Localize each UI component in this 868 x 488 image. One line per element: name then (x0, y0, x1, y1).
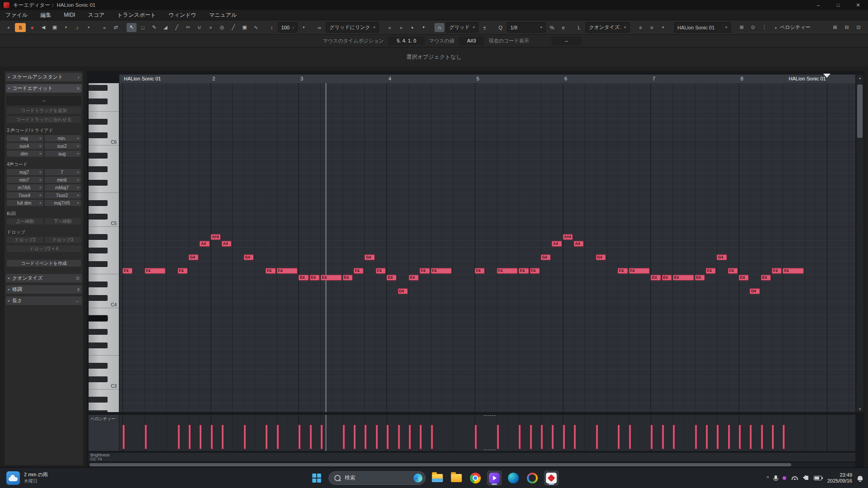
midi-note[interactable]: F4 (618, 268, 627, 274)
midi-note[interactable]: A4 (552, 241, 561, 247)
insert-velocity-field[interactable]: 100 ↕ (278, 22, 297, 33)
velocity-bar[interactable] (574, 425, 576, 449)
velocity-bar[interactable] (651, 425, 653, 449)
chord-button[interactable]: min6▸ (45, 177, 81, 183)
black-key[interactable] (89, 248, 108, 253)
grid-link-dropdown[interactable]: グリッドにリンク ▾ (326, 22, 379, 33)
black-key[interactable] (89, 214, 108, 220)
setup-icon[interactable]: + (4, 23, 14, 32)
midi-note[interactable]: F4 (475, 268, 485, 274)
lane-resize-handle[interactable] (484, 415, 495, 416)
vertical-scroll-thumb[interactable] (857, 84, 863, 138)
section-quantize[interactable]: ▸ クオンタイズ ⊙ (6, 274, 82, 282)
app-status-dot-icon[interactable] (783, 476, 786, 480)
velocity-bar[interactable] (222, 425, 224, 449)
midi-note[interactable]: E4 (387, 275, 396, 281)
part-editing-mode-icon[interactable]: ≡ (636, 23, 646, 32)
note-grid[interactable]: F4F4F4G4A4A#4A4G4F4F4E4E4E4E4F4G4F4E4D4E… (119, 83, 855, 412)
piano-keyboard[interactable]: C6C5C4C3 (89, 83, 119, 412)
velocity-bar[interactable] (772, 425, 774, 449)
chevron-down-icon[interactable]: ▾ (299, 23, 309, 32)
taskbar-app-folder[interactable] (449, 471, 464, 485)
playhead-cursor[interactable] (326, 83, 326, 412)
midi-note[interactable]: E4 (409, 275, 419, 281)
chord-button[interactable]: dim▸ (7, 150, 43, 157)
microphone-icon[interactable] (774, 475, 777, 479)
velocity-bar[interactable] (420, 425, 422, 449)
chord-button[interactable]: maj7▸ (7, 169, 43, 175)
midi-note[interactable]: F4 (277, 268, 298, 274)
velocity-bar[interactable] (541, 425, 543, 449)
range-select-tool[interactable]: □ (138, 23, 148, 32)
black-key[interactable] (89, 99, 108, 104)
chord-button[interactable]: 上へ移動 (7, 218, 43, 225)
solo-editor-button[interactable]: S (15, 23, 26, 32)
velocity-bar[interactable] (497, 425, 499, 449)
velocity-bar[interactable] (123, 425, 125, 449)
midi-note[interactable]: G4 (364, 254, 374, 260)
controller-lane-header[interactable]: Brightness CC 74 (89, 453, 855, 461)
part-select-dropdown[interactable]: HALion Sonic 01 ▾ (674, 22, 731, 33)
velocity-lane[interactable] (119, 415, 855, 451)
line-tool[interactable]: ╱ (228, 23, 238, 32)
feedback-note-icon[interactable]: ♪ (72, 23, 82, 32)
menu-item[interactable]: スコア (88, 11, 104, 19)
split-tool[interactable]: ✂ (183, 23, 193, 32)
chord-button[interactable]: ドロップ2 (7, 237, 43, 243)
black-key[interactable] (89, 397, 108, 403)
black-key[interactable] (89, 153, 108, 159)
black-key[interactable] (89, 132, 108, 138)
chord-button[interactable]: maj▸ (7, 135, 43, 141)
velocity-bar[interactable] (354, 425, 356, 449)
chord-button[interactable]: 7sus4▸ (7, 192, 43, 198)
velocity-bar[interactable] (695, 425, 697, 449)
chevron-down-icon[interactable]: ▾ (658, 23, 668, 32)
velocity-bar[interactable] (199, 425, 202, 449)
velocity-bar[interactable] (431, 425, 433, 449)
black-key[interactable] (89, 329, 108, 335)
black-key[interactable] (89, 85, 108, 91)
midi-note[interactable]: A4 (574, 241, 584, 247)
window-zone-right-icon[interactable]: ⊡ (854, 23, 863, 32)
midi-note[interactable]: F4 (497, 268, 518, 274)
velocity-bar[interactable] (189, 425, 191, 449)
midi-note[interactable]: F4 (530, 268, 540, 274)
erase-tool[interactable]: ◢ (160, 23, 170, 32)
midi-note[interactable]: F4 (783, 268, 804, 274)
chord-button[interactable]: maj7/#5▸ (45, 200, 81, 206)
autoscroll-button[interactable]: » (99, 23, 109, 32)
battery-icon[interactable] (814, 476, 822, 480)
velocity-bar[interactable] (244, 425, 246, 449)
drop-2-4-button[interactable]: ドロップ2 + 4 (7, 245, 81, 252)
snap-toggle[interactable]: ∩ (434, 23, 444, 32)
midi-note[interactable]: E4 (739, 275, 749, 281)
midi-note[interactable]: E4 (651, 275, 660, 281)
velocity-bar[interactable] (321, 425, 323, 449)
chord-button[interactable]: sus4▸ (7, 143, 43, 149)
edit-active-part-icon[interactable]: ≡ (647, 23, 657, 32)
mute-tool[interactable]: × (206, 23, 216, 32)
nudge-right-icon[interactable]: » (396, 23, 406, 32)
independent-loop-icon[interactable]: ⊙ (748, 23, 758, 32)
hidden-icons-chevron[interactable]: ^ (767, 475, 769, 481)
lane-resize-handle[interactable] (484, 450, 495, 450)
step-input-icon[interactable]: ↕ (267, 23, 277, 32)
black-key[interactable] (89, 234, 108, 240)
midi-note[interactable]: D4 (398, 288, 408, 294)
velocity-bar[interactable] (398, 425, 400, 449)
length-quantize-dropdown[interactable]: クオンタイズ. ▾ (585, 22, 630, 33)
midi-note[interactable]: F4 (178, 268, 188, 274)
section-chord-edit[interactable]: ▾ コードエディット ≡ (6, 84, 82, 93)
midi-note[interactable]: F4 (629, 268, 650, 274)
velocity-bar[interactable] (343, 425, 345, 449)
taskbar-app-cubase[interactable] (544, 471, 559, 485)
velocity-bar[interactable] (145, 425, 147, 449)
velocity-bar[interactable] (364, 425, 367, 449)
velocity-bar[interactable] (761, 425, 763, 449)
start-button[interactable] (310, 471, 324, 485)
taskbar-app-edge[interactable] (506, 471, 521, 485)
midi-note[interactable]: F4 (420, 268, 429, 274)
clock[interactable]: 23:49 2025/09/16 (827, 472, 852, 484)
chord-button[interactable]: ドロップ3 (45, 237, 81, 243)
chord-button[interactable]: m7/b5▸ (7, 184, 43, 191)
